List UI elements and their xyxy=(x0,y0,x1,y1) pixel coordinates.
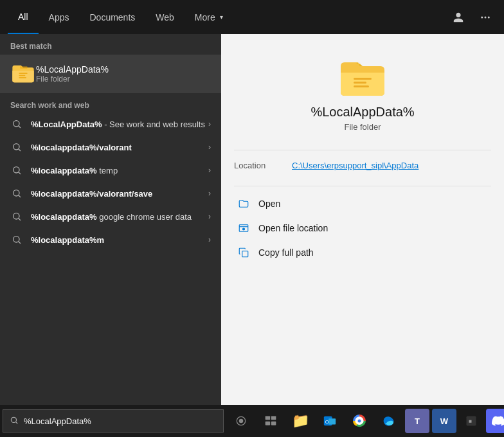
chrome-button[interactable] xyxy=(346,407,373,434)
chrome-icon xyxy=(353,415,366,427)
tab-all[interactable]: All xyxy=(8,0,39,34)
result-type: File folder xyxy=(344,122,381,132)
cortana-button[interactable] xyxy=(228,407,255,434)
svg-rect-32 xyxy=(271,422,276,425)
svg-line-12 xyxy=(19,172,21,174)
svg-point-25 xyxy=(11,417,16,422)
location-path[interactable]: C:\Users\erpsupport_sipl\AppData xyxy=(292,161,419,170)
list-item[interactable]: %localappdata%/valorant › xyxy=(0,136,221,159)
search-result-text: %localappdata%/valorant/save xyxy=(31,189,208,199)
svg-rect-5 xyxy=(19,75,25,76)
list-item[interactable]: %LocalAppData% - See work and web result… xyxy=(0,112,221,136)
location-label: Location xyxy=(234,161,292,170)
tab-more[interactable]: More ▾ xyxy=(184,0,233,34)
list-item[interactable]: %localappdata%/valorant/save › xyxy=(0,182,221,205)
best-match-subtitle: File folder xyxy=(36,75,109,84)
teams-button[interactable]: T xyxy=(405,409,429,433)
left-panel: Best match %LocalAppData% File folder Se… xyxy=(0,34,221,405)
svg-rect-24 xyxy=(242,251,248,257)
search-icon xyxy=(10,164,23,177)
file-explorer-icon: 📁 xyxy=(292,413,309,429)
svg-rect-21 xyxy=(354,85,369,87)
taskbar-search-box[interactable] xyxy=(3,409,224,433)
discord-icon xyxy=(492,415,504,427)
svg-line-16 xyxy=(19,219,21,220)
best-match-text: %LocalAppData% File folder xyxy=(36,64,109,84)
search-result-text: %localappdata%/valorant xyxy=(31,143,208,152)
copy-full-path-label: Copy full path xyxy=(258,247,314,258)
svg-rect-30 xyxy=(271,416,276,420)
svg-rect-20 xyxy=(354,82,366,84)
ellipsis-icon-button[interactable] xyxy=(474,9,496,26)
folder-icon-small xyxy=(10,61,36,87)
search-result-text: %LocalAppData% - See work and web result… xyxy=(31,120,208,129)
unknown-app-icon: ■ xyxy=(465,415,478,427)
svg-point-0 xyxy=(481,16,483,18)
svg-point-2 xyxy=(488,16,490,18)
search-icon xyxy=(10,210,23,223)
search-input[interactable] xyxy=(24,416,217,426)
search-result-text: %localappdata%m xyxy=(31,235,208,245)
svg-point-17 xyxy=(14,236,19,242)
divider xyxy=(234,186,491,186)
best-match-item[interactable]: %LocalAppData% File folder xyxy=(0,55,221,93)
chevron-right-icon: › xyxy=(208,235,211,244)
search-icon xyxy=(10,233,23,246)
search-icon xyxy=(10,118,23,130)
file-explorer-button[interactable]: 📁 xyxy=(287,407,314,434)
best-match-label: Best match xyxy=(0,34,221,55)
svg-point-7 xyxy=(14,121,19,127)
list-item[interactable]: %localappdata% temp › xyxy=(0,159,221,182)
svg-point-11 xyxy=(14,167,19,173)
chevron-right-icon: › xyxy=(208,166,211,175)
task-view-button[interactable] xyxy=(257,407,284,434)
svg-point-9 xyxy=(14,144,19,150)
open-action[interactable]: Open xyxy=(234,192,491,216)
unknown-app-button[interactable]: ■ xyxy=(459,409,483,433)
main-area: Best match %LocalAppData% File folder Se… xyxy=(0,34,504,405)
tab-apps[interactable]: Apps xyxy=(39,0,80,34)
search-result-text: %localappdata% google chrome user data xyxy=(31,212,208,222)
discord-button[interactable] xyxy=(486,409,504,433)
tab-web[interactable]: Web xyxy=(145,0,184,34)
open-file-location-action[interactable]: Open file location xyxy=(234,216,491,240)
best-match-title: %LocalAppData% xyxy=(36,64,109,75)
folder-location-icon xyxy=(237,221,251,235)
word-icon: W xyxy=(440,416,448,426)
chevron-down-icon: ▾ xyxy=(220,13,223,21)
copy-full-path-action[interactable]: Copy full path xyxy=(234,240,491,265)
word-button[interactable]: W xyxy=(432,409,456,433)
list-item[interactable]: %localappdata%m › xyxy=(0,228,221,251)
taskbar: 📁 O xyxy=(0,405,504,437)
svg-line-18 xyxy=(19,242,21,244)
svg-point-13 xyxy=(14,190,19,196)
folder-icon-large xyxy=(337,53,388,105)
folder-open-icon xyxy=(237,197,251,211)
svg-rect-3 xyxy=(20,66,28,68)
svg-rect-34 xyxy=(328,418,336,424)
tab-documents[interactable]: Documents xyxy=(79,0,145,34)
person-icon xyxy=(453,12,464,23)
result-title: %LocalAppData% xyxy=(310,105,414,120)
svg-rect-6 xyxy=(19,77,26,78)
svg-point-28 xyxy=(239,419,244,424)
list-item[interactable]: %localappdata% google chrome user data › xyxy=(0,205,221,228)
svg-rect-31 xyxy=(266,422,271,425)
svg-point-38 xyxy=(358,420,361,423)
outlook-button[interactable]: O xyxy=(316,407,343,434)
svg-rect-29 xyxy=(266,416,271,420)
svg-text:O: O xyxy=(325,419,329,425)
open-label: Open xyxy=(258,199,280,209)
svg-point-15 xyxy=(14,213,19,219)
svg-line-26 xyxy=(15,422,17,424)
svg-line-10 xyxy=(19,149,21,151)
svg-line-8 xyxy=(19,126,21,128)
edge-button[interactable] xyxy=(375,407,402,434)
right-panel: %LocalAppData% File folder Location C:\U… xyxy=(221,34,504,405)
chevron-right-icon: › xyxy=(208,189,211,198)
person-icon-button[interactable] xyxy=(447,9,469,26)
svg-point-1 xyxy=(485,16,487,18)
location-row: Location C:\Users\erpsupport_sipl\AppDat… xyxy=(234,156,491,175)
outlook-icon: O xyxy=(323,414,337,428)
divider xyxy=(234,150,491,150)
